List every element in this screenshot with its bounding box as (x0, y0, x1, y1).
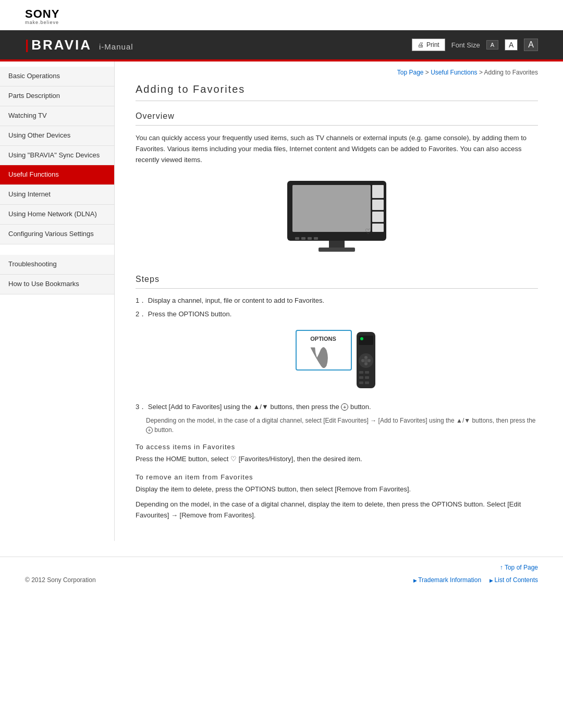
svg-rect-5 (372, 224, 384, 232)
svg-rect-25 (359, 371, 363, 374)
sidebar-item-watching-tv[interactable]: Watching TV (0, 106, 114, 126)
overview-text: You can quickly access your frequently u… (136, 133, 538, 165)
svg-rect-28 (365, 376, 369, 379)
main-content: Top Page > Useful Functions > Adding to … (115, 61, 563, 541)
sidebar-item-using-other-devices[interactable]: Using Other Devices (0, 126, 114, 146)
svg-rect-27 (359, 376, 363, 379)
sony-tagline: make.believe (25, 20, 538, 25)
svg-rect-10 (295, 237, 299, 240)
print-icon: 🖨 (418, 41, 424, 48)
svg-rect-7 (329, 241, 345, 248)
top-bar: SONY make.believe (0, 0, 563, 30)
options-image-container: OPTIONS (136, 329, 538, 392)
sony-logo: SONY (25, 8, 538, 20)
main-layout: Basic Operations Parts Description Watch… (0, 61, 563, 541)
trademark-link[interactable]: Trademark Information (413, 576, 481, 584)
step-3-note: Depending on the model, in the case of a… (146, 416, 538, 435)
svg-rect-11 (301, 237, 305, 240)
sidebar-item-how-to-use-bookmarks[interactable]: How to Use Bookmarks (0, 275, 114, 294)
svg-rect-26 (365, 371, 369, 374)
svg-rect-12 (308, 237, 312, 240)
svg-rect-17 (359, 336, 373, 345)
steps-heading: Steps (136, 275, 538, 289)
svg-text:♡: ♡ (365, 227, 372, 236)
svg-text:OPTIONS: OPTIONS (310, 336, 336, 342)
remove-heading: To remove an item from Favorites (136, 473, 538, 481)
breadcrumb: Top Page > Useful Functions > Adding to … (136, 67, 538, 76)
top-of-page-link[interactable]: ↑ Top of Page (500, 564, 538, 571)
svg-rect-29 (359, 381, 363, 384)
svg-point-23 (364, 359, 368, 363)
footer-bottom: © 2012 Sony Corporation Trademark Inform… (25, 576, 538, 584)
tv-illustration: ♡ (279, 176, 394, 259)
step-1: 1． Display a channel, input, file or con… (136, 296, 538, 305)
svg-rect-4 (372, 212, 384, 222)
svg-point-24 (360, 337, 363, 340)
svg-rect-30 (365, 381, 369, 384)
sidebar-item-using-internet[interactable]: Using Internet (0, 185, 114, 205)
list-of-contents-link[interactable]: List of Contents (489, 576, 538, 584)
font-large-button[interactable]: A (524, 39, 538, 51)
tv-image-container: ♡ (136, 176, 538, 259)
font-medium-button[interactable]: A (505, 39, 518, 51)
circle-plus-icon-2: + (146, 427, 153, 434)
circle-plus-icon: + (341, 403, 348, 411)
step-3: 3． Select [Add to Favorites] using the ▲… (136, 402, 538, 412)
heart-icon: ♡ (230, 455, 237, 463)
svg-rect-3 (372, 200, 384, 210)
bravia-header-left: |BRAVIA i-Manual (25, 37, 133, 53)
font-size-label: Font Size (451, 41, 480, 49)
options-illustration: OPTIONS (295, 329, 378, 392)
step-2: 2． Press the OPTIONS button. (136, 310, 538, 319)
sidebar-item-configuring-settings[interactable]: Configuring Various Settings (0, 225, 114, 244)
bravia-header: |BRAVIA i-Manual 🖨 Print Font Size A A A (0, 30, 563, 59)
sidebar-item-troubleshooting[interactable]: Troubleshooting (0, 255, 114, 275)
sidebar-item-using-bravia-sync[interactable]: Using "BRAVIA" Sync Devices (0, 146, 114, 166)
breadcrumb-top-page[interactable]: Top Page (397, 69, 424, 76)
sidebar-item-useful-functions[interactable]: Useful Functions (0, 165, 114, 185)
svg-rect-8 (319, 248, 355, 252)
imanual-label: i-Manual (99, 42, 133, 51)
steps-list: 1． Display a channel, input, file or con… (136, 296, 538, 319)
bravia-logo: |BRAVIA (25, 37, 92, 53)
svg-rect-13 (314, 237, 318, 240)
breadcrumb-current: Adding to Favorites (484, 69, 538, 76)
sidebar-gap (0, 244, 114, 255)
sidebar-item-using-home-network[interactable]: Using Home Network (DLNA) (0, 205, 114, 225)
sidebar-item-parts-description[interactable]: Parts Description (0, 87, 114, 106)
remove-note: Depending on the model, in the case of a… (136, 499, 538, 521)
bravia-header-right: 🖨 Print Font Size A A A (412, 39, 538, 51)
footer-top: ↑ Top of Page (25, 563, 538, 571)
remove-text: Display the item to delete, press the OP… (136, 484, 538, 495)
breadcrumb-useful-functions[interactable]: Useful Functions (431, 69, 477, 76)
print-button[interactable]: 🖨 Print (412, 39, 445, 51)
copyright-text: © 2012 Sony Corporation (25, 576, 96, 584)
svg-rect-2 (372, 185, 384, 198)
sidebar: Basic Operations Parts Description Watch… (0, 61, 115, 541)
font-small-button[interactable]: A (486, 40, 498, 50)
footer: ↑ Top of Page © 2012 Sony Corporation Tr… (0, 557, 563, 592)
access-heading: To access items in Favorites (136, 443, 538, 451)
sidebar-item-basic-operations[interactable]: Basic Operations (0, 67, 114, 87)
page-title: Adding to Favorites (136, 83, 538, 101)
svg-rect-6 (292, 185, 371, 232)
overview-heading: Overview (136, 112, 538, 126)
footer-links: Trademark Information List of Contents (413, 576, 538, 584)
access-text: Press the HOME button, select ♡ [Favorit… (136, 454, 538, 465)
